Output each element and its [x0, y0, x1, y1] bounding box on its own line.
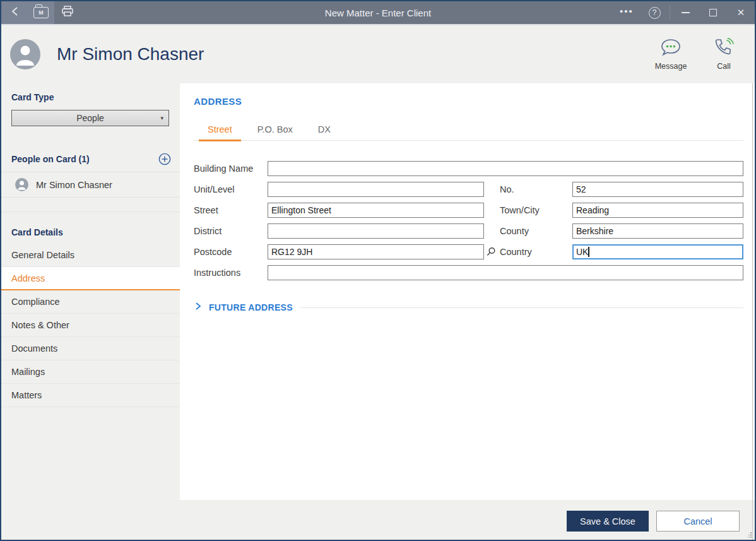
message-button[interactable]: Message [653, 38, 689, 71]
county-field[interactable] [572, 223, 743, 239]
sidebar-item-notes-other[interactable]: Notes & Other [1, 314, 180, 337]
instructions-field[interactable] [268, 265, 743, 280]
unit-level-label: Unit/Level [194, 184, 268, 194]
close-button[interactable]: ✕ [727, 1, 755, 24]
sidebar-item-address[interactable]: Address [1, 267, 180, 290]
back-button[interactable] [1, 1, 28, 24]
district-field[interactable] [268, 223, 484, 239]
address-form: Building Name Unit/Level No. Street Town… [194, 161, 743, 280]
header-actions: Message Call [653, 38, 742, 71]
country-label: Country [500, 247, 572, 257]
client-name: Mr Simon Chasner [57, 44, 204, 64]
postcode-field[interactable] [268, 244, 484, 259]
card-type-label: Card Type [1, 92, 180, 102]
town-city-label: Town/City [500, 205, 572, 215]
titlebar: M New Matter - Enter Client ••• ? [1, 1, 755, 25]
titlebar-controls: ••• ? ✕ [613, 1, 755, 24]
sidebar-item-matters[interactable]: Matters [1, 384, 180, 407]
address-tabs: Street P.O. Box DX [194, 124, 743, 141]
card-details-menu: General Details Address Compliance Notes… [1, 244, 180, 407]
sidebar-item-compliance[interactable]: Compliance [1, 290, 180, 314]
message-bubble-icon [660, 38, 682, 59]
minimize-button[interactable] [671, 1, 699, 24]
future-address-label: FUTURE ADDRESS [209, 302, 293, 312]
resize-grip-icon[interactable] [747, 529, 752, 540]
sidebar-divider [1, 211, 180, 212]
titlebar-left-group: M [1, 1, 54, 24]
matter-card-button[interactable]: M [28, 1, 54, 24]
help-icon: ? [649, 7, 661, 19]
person-list-item[interactable]: Mr Simon Chasner [1, 172, 180, 198]
unit-level-field[interactable] [268, 182, 484, 197]
no-label: No. [500, 184, 572, 194]
chevron-right-icon [195, 302, 201, 313]
minimize-icon [682, 12, 690, 13]
add-circle-icon [158, 153, 171, 165]
client-avatar [10, 39, 40, 69]
street-label: Street [194, 205, 268, 215]
person-name: Mr Simon Chasner [36, 180, 112, 190]
sidebar-item-general-details[interactable]: General Details [1, 244, 180, 267]
titlebar-divider [670, 5, 670, 20]
help-button[interactable]: ? [641, 1, 668, 24]
page-title: ADDRESS [194, 96, 743, 107]
tab-street[interactable]: Street [200, 124, 240, 140]
building-name-label: Building Name [194, 163, 268, 174]
town-city-field[interactable] [572, 203, 743, 218]
people-on-card-header: People on Card (1) [1, 153, 180, 172]
sidebar-item-mailings[interactable]: Mailings [1, 360, 180, 384]
close-icon: ✕ [737, 7, 745, 18]
people-on-card-label: People on Card (1) [11, 154, 90, 164]
instructions-label: Instructions [194, 268, 268, 278]
postcode-label: Postcode [194, 247, 268, 257]
matter-folder-icon: M [33, 7, 49, 18]
text-cursor [588, 247, 589, 257]
dropdown-caret-icon: ▾ [160, 115, 163, 121]
address-panel: ADDRESS Street P.O. Box DX Building Name… [180, 83, 756, 500]
add-person-button[interactable] [158, 153, 171, 165]
tab-po-box[interactable]: P.O. Box [250, 124, 300, 140]
footer: Save & Close Cancel [1, 500, 755, 541]
person-avatar-icon [10, 39, 40, 69]
save-close-button[interactable]: Save & Close [567, 511, 649, 532]
future-address-divider [300, 307, 743, 308]
maximize-icon [709, 9, 717, 16]
card-type-value: People [76, 113, 104, 123]
card-type-dropdown[interactable]: People ▾ [11, 110, 169, 126]
country-field[interactable] [572, 244, 743, 259]
print-button[interactable] [54, 1, 81, 24]
printer-icon [61, 6, 74, 20]
future-address-section[interactable]: FUTURE ADDRESS [194, 302, 743, 313]
district-label: District [194, 226, 268, 236]
client-header: Mr Simon Chasner Message [1, 25, 755, 83]
call-phone-icon [714, 38, 734, 59]
more-icon: ••• [620, 6, 634, 16]
more-button[interactable]: ••• [613, 1, 641, 24]
panel-right-edge [752, 83, 753, 540]
sidebar-item-documents[interactable]: Documents [1, 337, 180, 360]
card-details-label: Card Details [1, 227, 180, 237]
cancel-button[interactable]: Cancel [656, 511, 740, 532]
tab-dx[interactable]: DX [310, 124, 338, 140]
search-icon[interactable] [486, 247, 496, 259]
new-matter-window: M New Matter - Enter Client ••• ? [0, 0, 756, 541]
building-name-field[interactable] [268, 161, 743, 176]
body: Card Type People ▾ People on Card (1) [1, 83, 755, 500]
person-avatar-icon [15, 178, 28, 191]
sidebar: Card Type People ▾ People on Card (1) [1, 83, 180, 500]
message-label: Message [655, 62, 687, 71]
call-label: Call [717, 62, 731, 71]
back-icon [11, 6, 18, 19]
call-button[interactable]: Call [706, 38, 742, 71]
maximize-button[interactable] [699, 1, 727, 24]
county-label: County [500, 226, 572, 236]
street-field[interactable] [268, 203, 484, 218]
no-field[interactable] [572, 182, 743, 197]
